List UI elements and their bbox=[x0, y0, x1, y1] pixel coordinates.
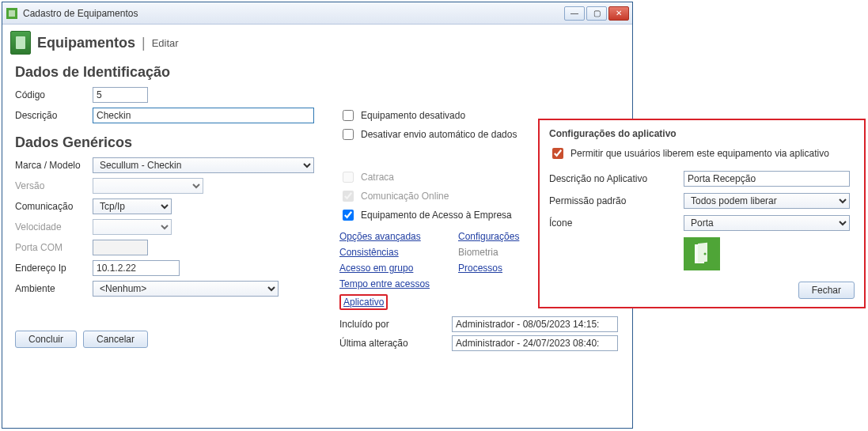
comunicacao-label: Comunicação bbox=[15, 201, 93, 212]
svg-rect-2 bbox=[16, 36, 25, 49]
versao-label: Versão bbox=[15, 180, 93, 191]
ambiente-label: Ambiente bbox=[15, 283, 93, 294]
breadcrumb-sep: | bbox=[142, 35, 146, 51]
breadcrumb: Equipamentos | Editar bbox=[2, 25, 632, 56]
popup-permissao-label: Permissão padrão bbox=[549, 195, 684, 206]
svg-point-5 bbox=[704, 253, 707, 255]
link-aplicativo-highlight: Aplicativo bbox=[339, 294, 388, 310]
concluir-button[interactable]: Concluir bbox=[15, 331, 77, 348]
endereco-input[interactable] bbox=[93, 260, 180, 276]
descricao-label: Descrição bbox=[15, 110, 93, 121]
endereco-label: Endereço Ip bbox=[15, 263, 93, 274]
section-identification-title: Dados de Identificação bbox=[15, 64, 620, 81]
alteracao-label: Última alteração bbox=[339, 338, 442, 349]
close-button[interactable]: ✕ bbox=[608, 6, 629, 21]
fechar-button[interactable]: Fechar bbox=[798, 282, 855, 299]
app-icon bbox=[6, 7, 18, 20]
breadcrumb-sub: Editar bbox=[152, 37, 179, 49]
popup-descricao-label: Descrição no Aplicativo bbox=[549, 173, 684, 184]
popup-descricao-input[interactable] bbox=[684, 171, 850, 187]
link-aplicativo[interactable]: Aplicativo bbox=[343, 297, 384, 308]
codigo-label: Código bbox=[15, 89, 93, 100]
breadcrumb-main: Equipamentos bbox=[37, 35, 135, 51]
versao-select bbox=[93, 178, 203, 194]
equipment-icon bbox=[10, 31, 31, 55]
app-config-popup: Configurações do aplicativo Permitir que… bbox=[538, 119, 866, 308]
section-generic-title: Dados Genéricos bbox=[15, 134, 324, 151]
link-consistencias[interactable]: Consistências bbox=[339, 247, 458, 258]
window-title: Cadastro de Equipamentos bbox=[23, 8, 564, 19]
popup-icone-label: Ícone bbox=[549, 217, 684, 229]
popup-permissao-select[interactable]: Todos podem liberar bbox=[684, 193, 850, 209]
velocidade-select bbox=[93, 219, 172, 235]
link-opcoes-avancadas[interactable]: Opções avançadas bbox=[339, 231, 458, 242]
incluido-label: Incluído por bbox=[339, 319, 442, 330]
titlebar: Cadastro de Equipamentos — ▢ ✕ bbox=[2, 2, 632, 25]
popup-title: Configurações do aplicativo bbox=[540, 120, 864, 146]
incluido-value bbox=[452, 316, 618, 332]
comunicacao-select[interactable]: Tcp/Ip bbox=[93, 198, 172, 214]
minimize-button[interactable]: — bbox=[564, 6, 585, 21]
door-icon bbox=[684, 237, 720, 270]
portacom-input bbox=[93, 240, 148, 255]
ambiente-select[interactable]: <Nenhum> bbox=[93, 281, 279, 297]
marca-label: Marca / Modelo bbox=[15, 160, 93, 171]
descricao-input[interactable] bbox=[93, 108, 314, 123]
portacom-label: Porta COM bbox=[15, 242, 93, 253]
svg-rect-1 bbox=[9, 10, 15, 17]
permitir-checkbox[interactable]: Permitir que usuários liberem este equip… bbox=[549, 146, 855, 161]
cancelar-button[interactable]: Cancelar bbox=[83, 331, 148, 348]
link-tempo-acessos[interactable]: Tempo entre acessos bbox=[339, 278, 458, 289]
velocidade-label: Velocidade bbox=[15, 221, 93, 233]
popup-icone-select[interactable]: Porta bbox=[684, 215, 850, 231]
svg-rect-4 bbox=[698, 243, 707, 263]
maximize-button[interactable]: ▢ bbox=[586, 6, 607, 21]
codigo-input[interactable] bbox=[93, 87, 148, 103]
alteracao-value bbox=[452, 335, 618, 351]
link-acesso-grupo[interactable]: Acesso em grupo bbox=[339, 263, 458, 274]
marca-select[interactable]: Secullum - Checkin bbox=[93, 157, 314, 173]
